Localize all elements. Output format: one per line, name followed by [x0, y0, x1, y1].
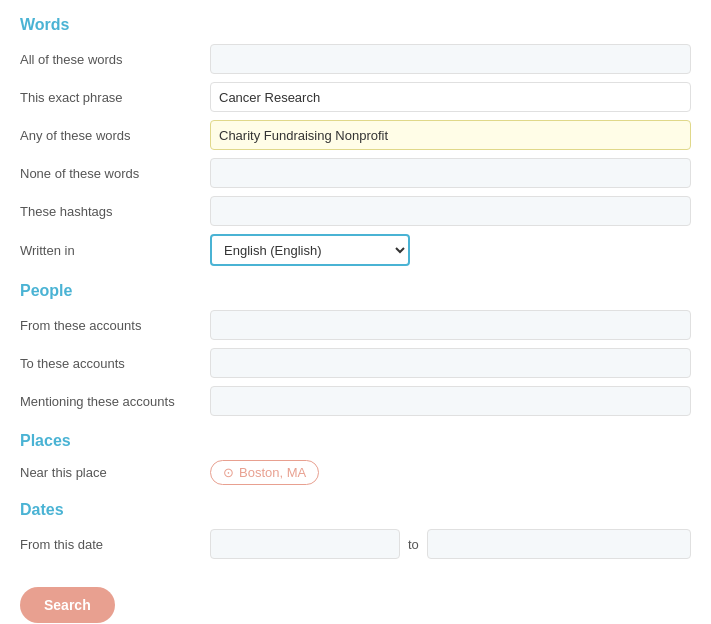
- to-accounts-label: To these accounts: [20, 356, 210, 371]
- to-accounts-input[interactable]: [210, 348, 691, 378]
- search-button[interactable]: Search: [20, 587, 115, 623]
- mentioning-label: Mentioning these accounts: [20, 394, 210, 409]
- all-words-input[interactable]: [210, 44, 691, 74]
- words-title: Words: [20, 16, 691, 34]
- from-date-label: From this date: [20, 537, 210, 552]
- none-words-input[interactable]: [210, 158, 691, 188]
- any-words-input[interactable]: [210, 120, 691, 150]
- from-date-input[interactable]: [210, 529, 400, 559]
- from-accounts-row: From these accounts: [20, 310, 691, 340]
- any-words-label: Any of these words: [20, 128, 210, 143]
- pin-icon: ⊙: [223, 465, 234, 480]
- mentioning-row: Mentioning these accounts: [20, 386, 691, 416]
- none-words-row: None of these words: [20, 158, 691, 188]
- hashtags-row: These hashtags: [20, 196, 691, 226]
- any-words-row: Any of these words: [20, 120, 691, 150]
- dates-section: Dates From this date to: [20, 501, 691, 559]
- exact-phrase-row: This exact phrase: [20, 82, 691, 112]
- words-section: Words All of these words This exact phra…: [20, 16, 691, 266]
- places-section: Places Near this place ⊙ Boston, MA: [20, 432, 691, 485]
- exact-phrase-input[interactable]: [210, 82, 691, 112]
- all-words-row: All of these words: [20, 44, 691, 74]
- none-words-label: None of these words: [20, 166, 210, 181]
- from-accounts-label: From these accounts: [20, 318, 210, 333]
- people-section: People From these accounts To these acco…: [20, 282, 691, 416]
- near-place-value: Boston, MA: [239, 465, 306, 480]
- all-words-label: All of these words: [20, 52, 210, 67]
- mentioning-input[interactable]: [210, 386, 691, 416]
- dates-title: Dates: [20, 501, 691, 519]
- near-place-row: Near this place ⊙ Boston, MA: [20, 460, 691, 485]
- date-to-label: to: [408, 537, 419, 552]
- from-date-row: From this date to: [20, 529, 691, 559]
- written-in-select[interactable]: English (English) Spanish French German …: [210, 234, 410, 266]
- from-accounts-input[interactable]: [210, 310, 691, 340]
- exact-phrase-label: This exact phrase: [20, 90, 210, 105]
- near-place-tag[interactable]: ⊙ Boston, MA: [210, 460, 319, 485]
- hashtags-input[interactable]: [210, 196, 691, 226]
- hashtags-label: These hashtags: [20, 204, 210, 219]
- people-title: People: [20, 282, 691, 300]
- to-accounts-row: To these accounts: [20, 348, 691, 378]
- written-in-label: Written in: [20, 243, 210, 258]
- written-in-row: Written in English (English) Spanish Fre…: [20, 234, 691, 266]
- to-date-input[interactable]: [427, 529, 691, 559]
- near-place-label: Near this place: [20, 465, 210, 480]
- places-title: Places: [20, 432, 691, 450]
- date-container: to: [210, 529, 691, 559]
